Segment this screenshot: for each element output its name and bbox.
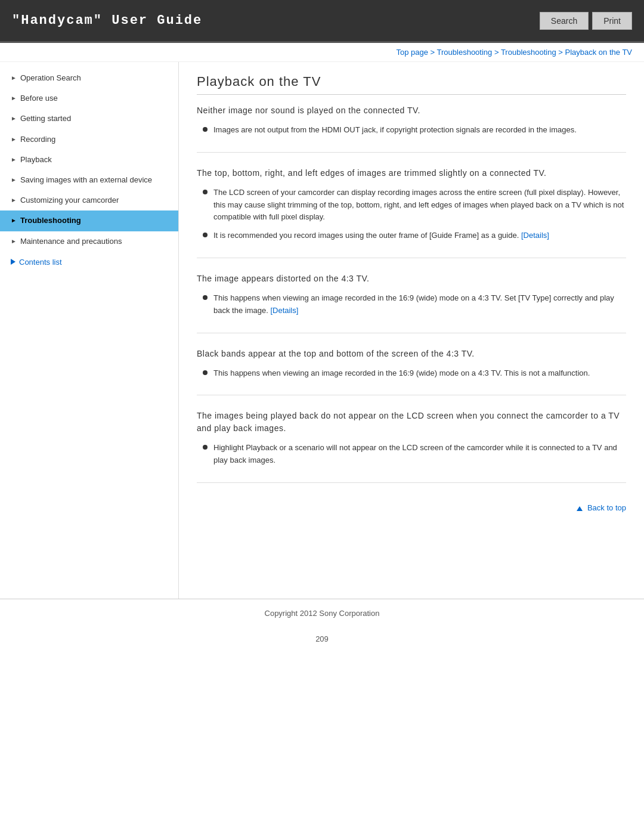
section-3: The image appears distorted on the 4:3 T…: [197, 272, 626, 333]
arrow-icon: ►: [11, 114, 17, 123]
sidebar-label-customizing: Customizing your camcorder: [20, 195, 119, 206]
header: "Handycam" User Guide Search Print: [0, 0, 644, 43]
print-button[interactable]: Print: [592, 12, 632, 30]
sidebar-label-troubleshooting: Troubleshooting: [20, 215, 81, 226]
sidebar-label-playback: Playback: [20, 154, 52, 165]
sidebar-item-recording[interactable]: ► Recording: [0, 129, 178, 150]
sidebar-item-troubleshooting[interactable]: ► Troubleshooting: [0, 210, 178, 231]
section-3-heading: The image appears distorted on the 4:3 T…: [197, 272, 626, 285]
main-layout: ► Operation Search ► Before use ► Gettin…: [0, 62, 644, 599]
sidebar-item-customizing[interactable]: ► Customizing your camcorder: [0, 190, 178, 210]
arrow-icon: ►: [11, 196, 17, 205]
section-2-heading: The top, bottom, right, and left edges o…: [197, 167, 626, 179]
arrow-icon: ►: [11, 135, 17, 144]
section-4: Black bands appear at the top and bottom…: [197, 348, 626, 396]
bullet-1-1: Images are not output from the HDMI OUT …: [197, 124, 626, 137]
breadcrumb-troubleshooting1[interactable]: Troubleshooting: [437, 48, 493, 57]
bullet-dot: [203, 233, 208, 237]
back-to-top: Back to top: [197, 497, 626, 518]
breadcrumb-top[interactable]: Top page: [396, 48, 428, 57]
details-link-2[interactable]: [Details]: [521, 231, 549, 240]
bullet-5-1: Highlight Playback or a scenario will no…: [197, 442, 626, 467]
arrow-icon: ►: [11, 94, 17, 103]
section-2: The top, bottom, right, and left edges o…: [197, 167, 626, 258]
sidebar-item-operation-search[interactable]: ► Operation Search: [0, 68, 178, 88]
sidebar-item-saving-images[interactable]: ► Saving images with an external device: [0, 170, 178, 190]
bullet-3-1: This happens when viewing an image recor…: [197, 292, 626, 317]
arrow-icon: ►: [11, 237, 17, 246]
arrow-icon: ►: [11, 216, 17, 225]
site-title: "Handycam" User Guide: [12, 13, 202, 28]
back-to-top-label: Back to top: [587, 503, 626, 512]
arrow-icon: ►: [11, 156, 17, 164]
sidebar-label-before-use: Before use: [20, 93, 58, 104]
sidebar-item-before-use[interactable]: ► Before use: [0, 88, 178, 109]
bullet-dot: [203, 445, 208, 450]
section-5-heading: The images being played back do not appe…: [197, 410, 626, 435]
page-title: Playback on the TV: [197, 74, 626, 95]
sidebar-label-getting-started: Getting started: [20, 113, 71, 124]
sidebar-item-maintenance[interactable]: ► Maintenance and precautions: [0, 231, 178, 252]
bullet-4-1-text: This happens when viewing an image recor…: [213, 367, 590, 380]
sidebar-item-playback[interactable]: ► Playback: [0, 150, 178, 170]
section-1: Neither image nor sound is played on the…: [197, 104, 626, 153]
bullet-dot: [203, 370, 208, 375]
copyright-text: Copyright 2012 Sony Corporation: [265, 609, 380, 618]
bullet-2-1-text: The LCD screen of your camcorder can dis…: [213, 187, 626, 224]
sidebar-label-saving-images: Saving images with an external device: [20, 175, 152, 185]
header-buttons: Search Print: [540, 12, 632, 30]
page-number: 209: [0, 627, 644, 651]
footer: Copyright 2012 Sony Corporation: [0, 599, 644, 627]
section-4-heading: Black bands appear at the top and bottom…: [197, 348, 626, 360]
bullet-2-2-text: It is recommended you record images usin…: [213, 230, 549, 242]
sidebar-item-getting-started[interactable]: ► Getting started: [0, 109, 178, 129]
sidebar-label-recording: Recording: [20, 134, 55, 145]
bullet-2-2: It is recommended you record images usin…: [197, 230, 626, 242]
details-link-3[interactable]: [Details]: [270, 306, 298, 315]
bullet-dot: [203, 295, 208, 300]
breadcrumb-playback-tv[interactable]: Playback on the TV: [565, 48, 633, 57]
sidebar: ► Operation Search ► Before use ► Gettin…: [0, 62, 179, 599]
section-5: The images being played back do not appe…: [197, 410, 626, 483]
bullet-dot: [203, 190, 208, 194]
sidebar-label-operation-search: Operation Search: [20, 73, 81, 83]
back-to-top-link[interactable]: Back to top: [577, 503, 626, 512]
sidebar-label-maintenance: Maintenance and precautions: [20, 236, 122, 247]
section-1-heading: Neither image nor sound is played on the…: [197, 104, 626, 117]
arrow-icon: ►: [11, 74, 17, 82]
contents-list-label: Contents list: [19, 258, 62, 267]
arrow-icon: ►: [11, 176, 17, 184]
contents-list-link[interactable]: Contents list: [0, 252, 178, 272]
bullet-5-1-text: Highlight Playback or a scenario will no…: [213, 442, 626, 467]
bullet-3-1-text: This happens when viewing an image recor…: [213, 292, 626, 317]
content-area: Playback on the TV Neither image nor sou…: [179, 62, 644, 536]
bullet-1-1-text: Images are not output from the HDMI OUT …: [213, 124, 577, 137]
arrow-right-icon: [11, 259, 16, 265]
back-to-top-arrow-icon: [577, 506, 583, 511]
breadcrumb: Top page > Troubleshooting > Troubleshoo…: [0, 43, 644, 62]
bullet-2-1: The LCD screen of your camcorder can dis…: [197, 187, 626, 224]
bullet-4-1: This happens when viewing an image recor…: [197, 367, 626, 380]
breadcrumb-troubleshooting2[interactable]: Troubleshooting: [501, 48, 556, 57]
bullet-dot: [203, 127, 208, 132]
search-button[interactable]: Search: [540, 12, 589, 30]
